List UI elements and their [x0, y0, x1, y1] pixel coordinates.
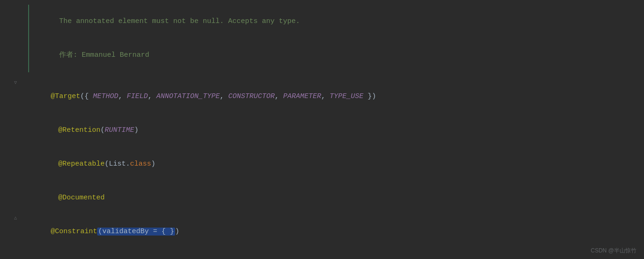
code-content: @Target({ METHOD, FIELD, ANNOTATION_TYPE… [23, 80, 644, 114]
code-line-repeatable: @Repeatable(List.class) [0, 147, 644, 181]
code-line-2: 作者: Emmanuel Bernard [0, 38, 644, 72]
runtime-const: RUNTIME [105, 126, 134, 134]
comment-text: The annotated element must not be null. … [59, 17, 300, 25]
code-content: The annotated element must not be null. … [28, 5, 644, 38]
code-content: public @interface NotNull { [23, 249, 644, 259]
code-line-interface: public @interface NotNull { [0, 249, 644, 259]
brace-open: ({ [80, 92, 93, 100]
fold-icon[interactable]: ▽ [12, 80, 19, 86]
code-line-constraint: △ @Constraint(validatedBy = { }) [0, 215, 644, 249]
code-content: @Repeatable(List.class) [23, 147, 644, 181]
annotation-repeatable: @Repeatable [58, 160, 105, 168]
comment-author: 作者: Emmanuel Bernard [59, 51, 149, 59]
code-line-1: The annotated element must not be null. … [0, 5, 644, 38]
code-content: @Documented [23, 181, 644, 215]
code-line-retention: @Retention(RUNTIME) [0, 114, 644, 147]
constructor-const: CONSTRUCTOR [228, 92, 275, 100]
annotation-retention: @Retention [58, 126, 100, 134]
annotation-target: @Target [51, 92, 80, 100]
field-const: FIELD [127, 92, 148, 100]
code-editor: The annotated element must not be null. … [0, 0, 644, 259]
fold-icon-constraint[interactable]: △ [12, 215, 19, 221]
line-gutter: △ [9, 215, 23, 221]
constraint-params: (validatedBy = { } [97, 228, 175, 236]
annotation-documented: @Documented [58, 194, 105, 202]
class-keyword: class [130, 160, 151, 168]
annotation-type-const: ANNOTATION_TYPE [156, 92, 220, 100]
method-const: METHOD [93, 92, 118, 100]
code-content: 作者: Emmanuel Bernard [28, 38, 644, 72]
code-content: @Retention(RUNTIME) [23, 114, 644, 147]
parameter-const: PARAMETER [283, 92, 321, 100]
code-line-target: ▽ @Target({ METHOD, FIELD, ANNOTATION_TY… [0, 80, 644, 114]
line-gutter: ▽ [9, 80, 23, 86]
annotation-constraint: @Constraint [51, 228, 97, 236]
type-use-const: TYPE_USE [330, 92, 363, 100]
code-line-blank-1 [0, 72, 644, 80]
code-content: @Constraint(validatedBy = { }) [23, 215, 644, 249]
code-line-documented: @Documented [0, 181, 644, 215]
watermark: CSDN @半山惊竹 [590, 246, 636, 255]
